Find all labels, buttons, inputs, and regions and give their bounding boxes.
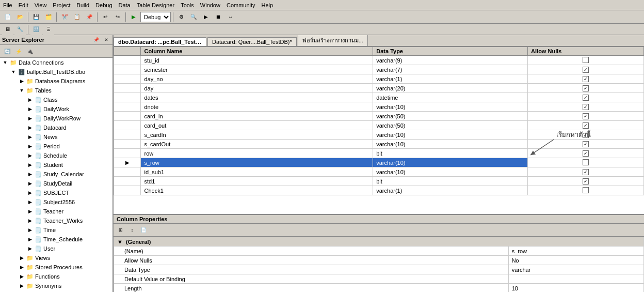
tree-item-db-diagrams[interactable]: ▶ 📁 Database Diagrams: [0, 76, 112, 86]
expand-news[interactable]: ▶: [26, 133, 34, 141]
prop-default-value[interactable]: [508, 274, 643, 284]
tree-item-data-connections[interactable]: ▼ 📁 Data Connections: [0, 58, 112, 67]
row-data-type[interactable]: varchar(1): [373, 74, 528, 84]
toolbar-btn-d[interactable]: ⏹: [213, 11, 224, 23]
new-project-btn[interactable]: 📄: [2, 11, 13, 23]
row-allow-nulls[interactable]: ✓: [528, 74, 644, 84]
checkbox-checked-icon[interactable]: ✓: [583, 95, 589, 101]
prop-pages-btn[interactable]: 📄: [138, 225, 149, 235]
row-allow-nulls[interactable]: ✓: [528, 121, 644, 130]
prop-length-value[interactable]: 10: [508, 284, 643, 293]
connect-btn[interactable]: 🔌: [25, 46, 35, 56]
table-row[interactable]: dayvarchar(20)✓: [114, 84, 644, 93]
row-data-type[interactable]: varchar(1): [373, 186, 528, 195]
tree-item-class[interactable]: ▶ 🗒️ Class: [0, 95, 112, 104]
tab-datacard-designer[interactable]: dbo.Datacard: ...pc.Ball_TestDB): [114, 37, 206, 46]
row-allow-nulls[interactable]: ✓: [528, 93, 644, 102]
prop-alpha-btn[interactable]: ↕: [127, 225, 137, 235]
server-explorer-btn[interactable]: 🖥: [2, 24, 13, 35]
row-column-name[interactable]: id_sub1: [141, 167, 373, 177]
menu-window[interactable]: Window: [197, 1, 223, 9]
row-allow-nulls[interactable]: [528, 158, 644, 167]
menu-view[interactable]: View: [31, 1, 50, 9]
toolbar-btn-e[interactable]: ↔: [225, 11, 236, 23]
expand-student[interactable]: ▶: [26, 161, 34, 169]
row-column-name[interactable]: day_no: [141, 74, 373, 84]
filter-btn[interactable]: ⚡: [13, 46, 24, 56]
tab-datacard-query[interactable]: Datacard: Quer....Ball_TestDB)*: [207, 37, 297, 46]
checkbox-checked-icon[interactable]: ✓: [583, 178, 589, 185]
properties-btn[interactable]: 🔠: [30, 24, 42, 35]
debug-config-select[interactable]: Debug: [140, 12, 171, 22]
prop-allow-nulls-value[interactable]: No: [508, 256, 643, 265]
redo-btn[interactable]: ↪: [112, 11, 123, 23]
table-row[interactable]: dnotevarchar(10)✓: [114, 102, 644, 112]
tree-item-tables[interactable]: ▼ 📁 Tables: [0, 86, 112, 95]
expand-teacher[interactable]: ▶: [26, 207, 34, 216]
prop-name-value[interactable]: s_row: [508, 247, 643, 256]
menu-file[interactable]: File: [0, 1, 15, 9]
row-data-type[interactable]: varchar(9): [373, 56, 528, 65]
prop-categorized-btn[interactable]: ⊞: [116, 225, 126, 235]
expand-functions[interactable]: ▶: [18, 272, 26, 281]
checkbox-checked-icon[interactable]: ✓: [583, 76, 589, 82]
toolbar-btn-c[interactable]: ▶: [200, 11, 212, 23]
table-row[interactable]: stu_idvarchar(9): [114, 56, 644, 65]
expand-db-diagrams[interactable]: ▶: [18, 77, 26, 85]
row-allow-nulls[interactable]: ✓: [528, 84, 644, 93]
tree-item-studydetail[interactable]: ▶ 🗒️ StudyDetail: [0, 179, 112, 188]
row-column-name[interactable]: s_cardOut: [141, 140, 373, 149]
menu-tools[interactable]: Tools: [178, 1, 197, 9]
row-data-type[interactable]: bit: [373, 149, 528, 158]
toolbar-btn-a[interactable]: ⚙: [175, 11, 187, 23]
menu-edit[interactable]: Edit: [15, 1, 31, 9]
run-btn[interactable]: ▶: [128, 11, 139, 23]
expand-dailyworkrow[interactable]: ▶: [26, 114, 34, 122]
tree-item-user[interactable]: ▶ 🗒️ User: [0, 244, 112, 253]
refresh-btn[interactable]: 🔄: [2, 46, 12, 56]
tree-item-views[interactable]: ▶ 📁 Views: [0, 253, 112, 263]
checkbox-checked-icon[interactable]: ✓: [583, 150, 589, 157]
expand-subject[interactable]: ▶: [26, 189, 34, 197]
checkbox-checked-icon[interactable]: ✓: [583, 141, 589, 147]
prop-data-type-value[interactable]: varchar: [508, 265, 643, 274]
row-column-name[interactable]: s_cardIn: [141, 130, 373, 140]
open-btn[interactable]: 📂: [14, 11, 26, 23]
tree-item-period[interactable]: ▶ 🗒️ Period: [0, 142, 112, 151]
expand-study-calendar[interactable]: ▶: [26, 170, 34, 178]
tree-item-time[interactable]: ▶ 🗒️ Time: [0, 225, 112, 235]
row-data-type[interactable]: varchar(10): [373, 167, 528, 177]
expand-schedule[interactable]: ▶: [26, 151, 34, 160]
tree-item-synonyms[interactable]: ▶ 📁 Synonyms: [0, 281, 112, 290]
table-row[interactable]: Check1varchar(1): [114, 186, 644, 195]
row-data-type[interactable]: varchar(10): [373, 158, 528, 167]
checkbox-unchecked-icon[interactable]: [583, 187, 589, 193]
expand-studydetail[interactable]: ▶: [26, 179, 34, 188]
row-allow-nulls[interactable]: ✓: [528, 149, 644, 158]
table-row[interactable]: s_cardOutvarchar(10)✓: [114, 140, 644, 149]
tree-item-student[interactable]: ▶ 🗒️ Student: [0, 160, 112, 170]
table-row[interactable]: std1bit✓: [114, 177, 644, 186]
row-column-name[interactable]: dates: [141, 93, 373, 102]
cut-btn[interactable]: ✂️: [59, 11, 70, 23]
row-column-name[interactable]: card_in: [141, 112, 373, 121]
save-all-btn[interactable]: 🗂️: [43, 11, 54, 23]
row-column-name[interactable]: day: [141, 84, 373, 93]
expand-dailywork[interactable]: ▶: [26, 105, 34, 113]
menu-data[interactable]: Data: [116, 1, 134, 9]
tree-item-functions[interactable]: ▶ 📁 Functions: [0, 272, 112, 281]
expand-synonyms[interactable]: ▶: [18, 282, 26, 290]
pin-btn[interactable]: 📌: [91, 36, 101, 43]
row-allow-nulls[interactable]: ✓: [528, 177, 644, 186]
tree-item-schedule[interactable]: ▶ 🗒️ Schedule: [0, 151, 112, 160]
row-data-type[interactable]: datetime: [373, 93, 528, 102]
expand-ballpc[interactable]: ▼: [9, 68, 18, 76]
row-allow-nulls[interactable]: ✓: [528, 112, 644, 121]
checkbox-unchecked-icon[interactable]: [583, 57, 589, 63]
row-column-name[interactable]: std1: [141, 177, 373, 186]
table-row[interactable]: datesdatetime✓: [114, 93, 644, 102]
row-allow-nulls[interactable]: ✓: [528, 130, 644, 140]
row-column-name[interactable]: stu_id: [141, 56, 373, 65]
xml-btn[interactable]: Ξ: [43, 24, 54, 35]
row-column-name[interactable]: card_out: [141, 121, 373, 130]
